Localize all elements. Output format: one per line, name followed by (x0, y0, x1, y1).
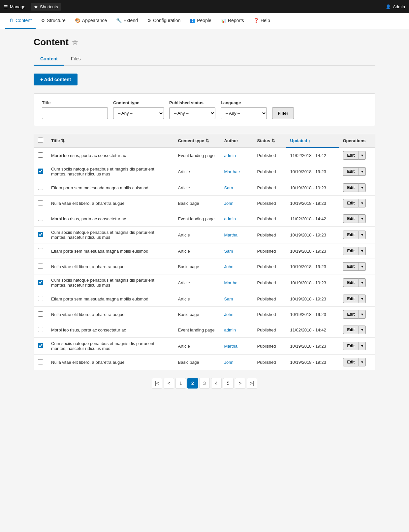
row-author-link[interactable]: John (224, 264, 234, 269)
edit-dropdown-button[interactable]: ▾ (359, 310, 366, 319)
row-checkbox[interactable] (38, 359, 43, 364)
nav-appearance[interactable]: 🎨 Appearance (71, 13, 111, 29)
edit-dropdown-button[interactable]: ▾ (359, 151, 366, 160)
row-author-link[interactable]: Martha (224, 280, 237, 285)
title-filter-input[interactable] (42, 107, 108, 119)
row-checkbox[interactable] (38, 327, 43, 332)
edit-dropdown-button[interactable]: ▾ (359, 231, 366, 239)
row-author: John (220, 196, 253, 211)
row-author-link[interactable]: John (224, 312, 234, 317)
row-author-link[interactable]: admin (224, 328, 236, 332)
row-author-link[interactable]: John (224, 201, 234, 206)
add-content-button[interactable]: + Add content (34, 74, 78, 85)
edit-dropdown-button[interactable]: ▾ (359, 183, 366, 192)
row-checkbox[interactable] (38, 216, 43, 221)
title-column-header[interactable]: Title ⇅ (47, 134, 174, 148)
nav-content[interactable]: 🗒 Content (5, 13, 36, 29)
row-title: Nulla vitae elit libero, a pharetra augu… (47, 307, 174, 322)
content-type-filter-select[interactable]: – Any – Article Basic page Event landing… (113, 107, 164, 119)
nav-extend[interactable]: 🔧 Extend (112, 13, 142, 29)
updated-column-header[interactable]: Updated ↓ (286, 134, 339, 148)
edit-dropdown-button[interactable]: ▾ (359, 199, 366, 207)
row-checkbox[interactable] (38, 280, 43, 285)
nav-help[interactable]: ❓ Help (249, 13, 274, 29)
first-page-button[interactable]: |< (152, 378, 162, 389)
appearance-nav-icon: 🎨 (75, 18, 80, 23)
page-4-button[interactable]: 4 (211, 378, 222, 389)
edit-button[interactable]: Edit (343, 295, 359, 303)
next-page-button[interactable]: > (235, 378, 245, 389)
edit-button[interactable]: Edit (343, 278, 359, 287)
edit-button[interactable]: Edit (343, 167, 359, 176)
nav-configuration[interactable]: ⚙ Configuration (143, 13, 184, 29)
nav-people[interactable]: 👥 People (186, 13, 215, 29)
row-author-link[interactable]: Martha (224, 344, 237, 349)
row-author-link[interactable]: admin (224, 216, 236, 221)
status-column-header[interactable]: Status ⇅ (253, 134, 286, 148)
row-author-link[interactable]: Marthae (224, 169, 240, 174)
edit-button[interactable]: Edit (343, 247, 359, 255)
row-author-link[interactable]: Sam (224, 297, 233, 301)
nav-structure[interactable]: ⚙ Structure (37, 13, 70, 29)
edit-dropdown-button[interactable]: ▾ (359, 342, 366, 350)
row-checkbox[interactable] (38, 264, 43, 269)
row-checkbox[interactable] (38, 248, 43, 253)
row-author-link[interactable]: admin (224, 153, 236, 158)
last-page-button[interactable]: >| (247, 378, 257, 389)
content-type-column-header[interactable]: Content type ⇅ (174, 134, 220, 148)
edit-dropdown-button[interactable]: ▾ (359, 214, 366, 223)
language-filter-select[interactable]: – Any – English French (221, 107, 267, 119)
edit-dropdown-button[interactable]: ▾ (359, 247, 366, 255)
top-bar-left: ☰ Manage ★ Shortcuts (4, 3, 61, 11)
edit-dropdown-button[interactable]: ▾ (359, 326, 366, 334)
tab-content[interactable]: Content (34, 53, 64, 66)
edit-dropdown-button[interactable]: ▾ (359, 262, 366, 271)
row-content-type: Basic page (174, 196, 220, 211)
page-3-button[interactable]: 3 (199, 378, 210, 389)
edit-button[interactable]: Edit (343, 214, 359, 223)
edit-button[interactable]: Edit (343, 199, 359, 207)
nav-structure-label: Structure (47, 18, 66, 23)
page-1-button[interactable]: 1 (175, 378, 186, 389)
edit-dropdown-button[interactable]: ▾ (359, 358, 366, 366)
edit-button[interactable]: Edit (343, 231, 359, 239)
manage-menu[interactable]: ☰ Manage (4, 4, 25, 9)
row-checkbox[interactable] (38, 296, 43, 301)
tab-files[interactable]: Files (64, 53, 87, 66)
edit-button[interactable]: Edit (343, 358, 359, 366)
row-checkbox[interactable] (38, 343, 43, 348)
edit-dropdown-button[interactable]: ▾ (359, 278, 366, 287)
row-author-link[interactable]: Sam (224, 249, 233, 254)
status-filter-select[interactable]: – Any – Published Unpublished (169, 107, 215, 119)
row-checkbox[interactable] (38, 185, 43, 190)
page-2-button[interactable]: 2 (187, 378, 198, 389)
edit-button[interactable]: Edit (343, 151, 359, 160)
row-checkbox[interactable] (38, 152, 43, 158)
edit-button[interactable]: Edit (343, 262, 359, 271)
row-author-link[interactable]: Martha (224, 233, 237, 237)
nav-reports[interactable]: 📊 Reports (217, 13, 248, 29)
edit-dropdown-button[interactable]: ▾ (359, 167, 366, 176)
bookmark-icon[interactable]: ☆ (72, 38, 78, 46)
select-all-checkbox[interactable] (38, 138, 43, 143)
edit-button[interactable]: Edit (343, 342, 359, 350)
row-author-link[interactable]: Sam (224, 185, 233, 190)
edit-dropdown-button[interactable]: ▾ (359, 295, 366, 303)
title-sort-icon: ⇅ (61, 138, 65, 143)
row-checkbox[interactable] (38, 169, 43, 174)
row-updated: 10/19/2018 - 19:23 (286, 355, 339, 370)
filter-button[interactable]: Filter (272, 107, 294, 119)
edit-button[interactable]: Edit (343, 183, 359, 192)
row-checkbox[interactable] (38, 311, 43, 317)
row-checkbox[interactable] (38, 200, 43, 205)
row-status: Published (253, 163, 286, 180)
nav-configuration-label: Configuration (153, 18, 180, 23)
row-author-link[interactable]: John (224, 360, 234, 365)
page-5-button[interactable]: 5 (223, 378, 234, 389)
nav-content-label: Content (16, 18, 32, 23)
edit-button[interactable]: Edit (343, 326, 359, 334)
edit-button[interactable]: Edit (343, 310, 359, 319)
prev-page-button[interactable]: < (164, 378, 174, 389)
row-checkbox[interactable] (38, 232, 43, 237)
shortcuts-menu[interactable]: ★ Shortcuts (31, 3, 61, 11)
